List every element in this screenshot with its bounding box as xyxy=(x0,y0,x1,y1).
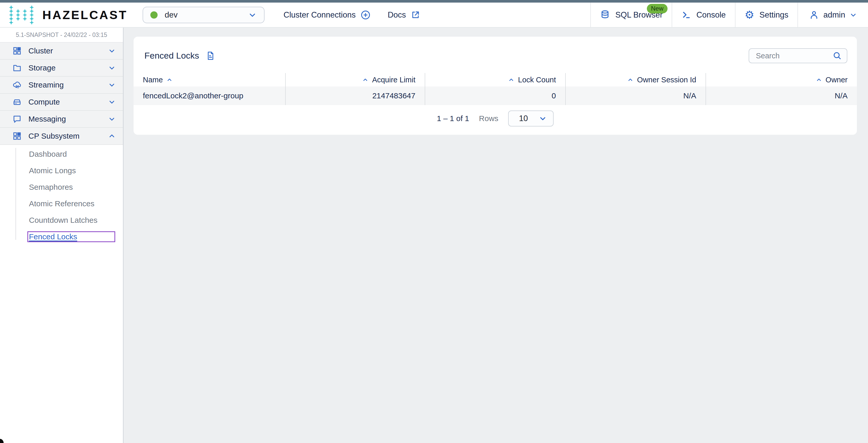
cp-subsystem-submenu: Dashboard Atomic Longs Semaphores Atomic… xyxy=(0,145,123,245)
grid-icon xyxy=(12,46,22,56)
sidebar-item-label: CP Subsystem xyxy=(28,132,80,140)
chevron-down-icon xyxy=(108,47,116,55)
submenu-item-label: Semaphores xyxy=(29,183,73,192)
cluster-dropdown-value: dev xyxy=(165,10,178,20)
user-name: admin xyxy=(823,10,845,20)
cloud-sync-icon xyxy=(12,80,22,90)
sidebar-item-label: Streaming xyxy=(28,80,64,89)
settings-button[interactable]: ⚙ Settings xyxy=(735,3,798,27)
rows-per-page-value: 10 xyxy=(519,114,528,123)
submenu-item-semaphores[interactable]: Semaphores xyxy=(0,179,123,196)
table-header: Name Acquire Limit xyxy=(133,73,857,87)
chevron-down-icon xyxy=(538,114,547,123)
chevron-down-icon xyxy=(108,98,116,106)
rows-per-page-label: Rows xyxy=(479,114,498,123)
settings-label: Settings xyxy=(760,10,788,20)
rows-per-page-select[interactable]: 10 xyxy=(508,110,554,127)
column-label: Lock Count xyxy=(518,76,556,84)
hazelcast-logo-mark-icon xyxy=(8,4,35,26)
sort-asc-icon xyxy=(508,77,514,83)
external-link-icon xyxy=(410,10,420,20)
submenu-item-dashboard[interactable]: Dashboard xyxy=(0,146,123,162)
header-actions: New SQL Browser Console ⚙ Settings admin xyxy=(590,3,868,27)
database-icon xyxy=(600,10,610,20)
page-title-text: Fenced Locks xyxy=(145,50,199,61)
cell-owner: N/A xyxy=(706,87,857,105)
search-box xyxy=(749,48,847,63)
user-menu[interactable]: admin xyxy=(798,3,868,27)
search-icon[interactable] xyxy=(832,51,842,61)
sort-asc-icon xyxy=(362,77,368,83)
cell-name: fencedLock2@another-group xyxy=(133,87,286,105)
sql-browser-button[interactable]: New SQL Browser xyxy=(590,3,672,27)
submenu-item-label: Atomic Longs xyxy=(29,166,76,175)
docs-link[interactable]: Docs xyxy=(388,10,421,20)
sort-asc-icon xyxy=(166,77,173,83)
window-corner xyxy=(0,439,4,443)
console-label: Console xyxy=(696,10,726,20)
version-label: 5.1-SNAPSHOT - 24/02/22 - 03:15 xyxy=(0,28,123,43)
brand-name: HAZELCAST xyxy=(42,8,128,22)
add-circle-icon[interactable] xyxy=(361,10,371,20)
submenu-item-label: Atomic References xyxy=(29,199,94,208)
grid-icon xyxy=(12,131,22,141)
server-icon xyxy=(12,97,22,107)
terminal-icon xyxy=(681,10,691,20)
cell-owner-session-id: N/A xyxy=(566,87,706,105)
sidebar-item-streaming[interactable]: Streaming xyxy=(0,77,123,94)
chevron-down-icon xyxy=(108,64,116,72)
column-header-acquire-limit[interactable]: Acquire Limit xyxy=(286,73,425,87)
cell-lock-count: 0 xyxy=(425,87,566,105)
sidebar-item-label: Storage xyxy=(28,64,56,72)
cluster-connections-label: Cluster Connections xyxy=(284,10,356,20)
column-header-owner[interactable]: Owner xyxy=(706,73,857,87)
pagination: 1 – 1 of 1 Rows 10 xyxy=(133,110,857,127)
column-header-name[interactable]: Name xyxy=(133,73,286,87)
sidebar-item-storage[interactable]: Storage xyxy=(0,60,123,77)
chevron-down-icon xyxy=(108,81,116,89)
cluster-dropdown[interactable]: dev xyxy=(143,7,265,23)
column-label: Owner xyxy=(826,76,847,84)
column-label: Acquire Limit xyxy=(372,76,415,84)
chevron-down-icon xyxy=(849,11,857,19)
submenu-item-fenced-locks[interactable]: Fenced Locks xyxy=(0,229,123,245)
column-label: Name xyxy=(143,76,163,84)
app-header: HAZELCAST dev Cluster Connections Docs N… xyxy=(0,3,868,28)
pagination-range: 1 – 1 of 1 xyxy=(437,114,469,123)
chevron-up-icon xyxy=(108,132,116,140)
new-badge: New xyxy=(647,4,668,13)
submenu-item-atomic-longs[interactable]: Atomic Longs xyxy=(0,162,123,179)
focus-outline: Fenced Locks xyxy=(27,231,115,242)
cluster-status-dot xyxy=(150,11,158,19)
sidebar-item-messaging[interactable]: Messaging xyxy=(0,111,123,128)
column-label: Owner Session Id xyxy=(637,76,696,84)
submenu-item-label: Countdown Latches xyxy=(29,216,97,225)
search-input[interactable] xyxy=(755,52,832,60)
sidebar-item-label: Compute xyxy=(28,98,60,106)
sort-asc-icon xyxy=(627,77,633,83)
chevron-down-icon xyxy=(108,115,116,123)
submenu-item-label: Fenced Locks xyxy=(29,232,77,241)
console-button[interactable]: Console xyxy=(672,3,735,27)
chevron-down-icon xyxy=(248,10,257,20)
cluster-connections-link[interactable]: Cluster Connections xyxy=(284,10,371,20)
sidebar: 5.1-SNAPSHOT - 24/02/22 - 03:15 Cluster … xyxy=(0,28,123,443)
column-header-owner-session-id[interactable]: Owner Session Id xyxy=(566,73,706,87)
sidebar-item-cp-subsystem[interactable]: CP Subsystem xyxy=(0,128,123,145)
sort-asc-icon xyxy=(816,77,822,83)
submenu-item-label: Dashboard xyxy=(29,150,67,159)
page-title: Fenced Locks xyxy=(145,50,215,61)
cell-acquire-limit: 2147483647 xyxy=(286,87,425,105)
submenu-item-countdown-latches[interactable]: Countdown Latches xyxy=(0,212,123,229)
sidebar-item-label: Cluster xyxy=(28,46,53,55)
table-row: fencedLock2@another-group 2147483647 0 N… xyxy=(133,87,857,105)
submenu-item-atomic-references[interactable]: Atomic References xyxy=(0,196,123,212)
sidebar-item-label: Messaging xyxy=(28,115,66,124)
sidebar-item-cluster[interactable]: Cluster xyxy=(0,43,123,60)
doc-icon[interactable] xyxy=(206,51,215,60)
window-top-strip xyxy=(0,0,868,3)
sidebar-item-compute[interactable]: Compute xyxy=(0,94,123,111)
column-header-lock-count[interactable]: Lock Count xyxy=(425,73,566,87)
user-icon xyxy=(809,10,819,20)
gear-icon: ⚙ xyxy=(745,9,754,21)
